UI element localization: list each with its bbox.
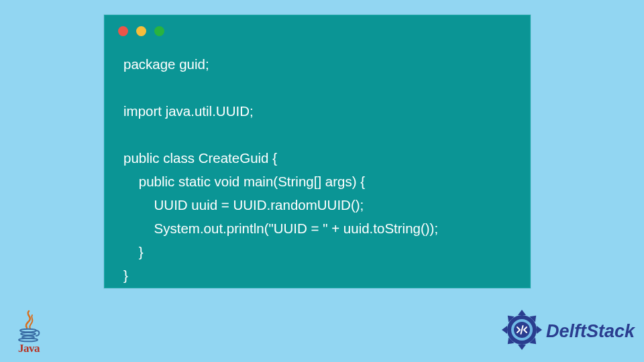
code-window: package guid; import java.util.UUID; pub…: [104, 15, 531, 288]
java-cup-icon: [12, 310, 46, 343]
close-icon: [118, 26, 128, 36]
java-logo-label: Java: [12, 342, 46, 355]
svg-marker-4: [518, 310, 526, 315]
svg-point-3: [19, 339, 38, 342]
svg-marker-6: [537, 326, 542, 334]
delftstack-gear-icon: [500, 308, 543, 354]
window-traffic-lights: [118, 26, 164, 36]
minimize-icon: [136, 26, 146, 36]
svg-point-0: [20, 329, 36, 333]
java-logo: Java: [12, 310, 46, 355]
svg-marker-10: [502, 326, 507, 334]
delftstack-logo-label: DelftStack: [546, 321, 635, 342]
code-block: package guid; import java.util.UUID; pub…: [123, 52, 438, 287]
svg-marker-8: [518, 345, 526, 350]
delftstack-logo: DelftStack: [500, 308, 635, 354]
svg-point-1: [21, 333, 36, 335]
maximize-icon: [154, 26, 164, 36]
